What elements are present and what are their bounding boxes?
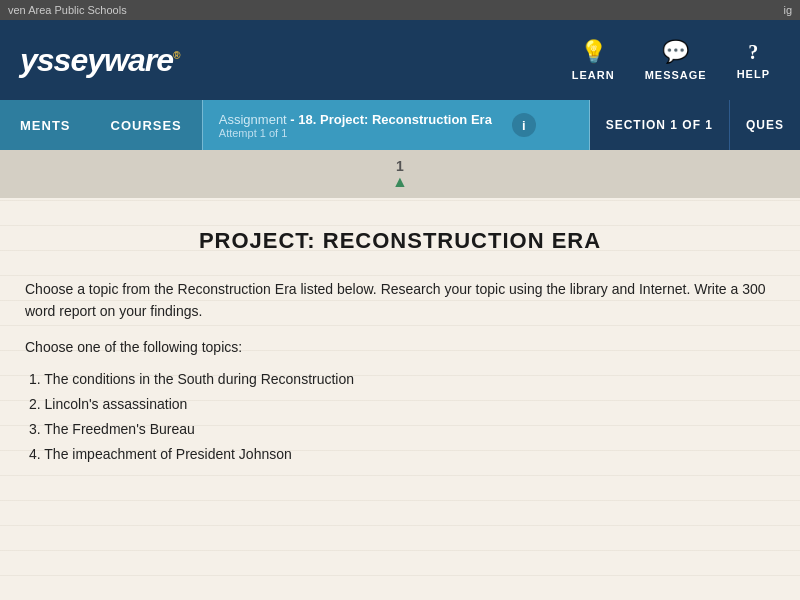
learn-icon: 💡 <box>580 39 607 65</box>
nav-item-ments[interactable]: MENTS <box>0 100 91 150</box>
message-button[interactable]: 💬 MESSAGE <box>645 39 707 81</box>
browser-top-right: ig <box>783 4 792 16</box>
help-icon: ? <box>748 41 758 64</box>
learn-button[interactable]: 💡 LEARN <box>572 39 615 81</box>
progress-number: 1 <box>396 158 404 174</box>
header-icons: 💡 LEARN 💬 MESSAGE ? HELP <box>572 39 770 81</box>
list-item: 2. Lincoln's assassination <box>25 392 775 417</box>
main-header: ysseyware® 💡 LEARN 💬 MESSAGE ? HELP <box>0 20 800 100</box>
topic-list: 1. The conditions in the South during Re… <box>25 367 775 468</box>
list-item: 3. The Freedmen's Bureau <box>25 417 775 442</box>
help-button[interactable]: ? HELP <box>737 41 770 80</box>
list-item: 1. The conditions in the South during Re… <box>25 367 775 392</box>
assignment-attempt: Attempt 1 of 1 <box>219 127 492 139</box>
ques-badge: QUES <box>729 100 800 150</box>
progress-area: 1 ▲ <box>0 150 800 198</box>
assignment-title: Assignment - 18. Project: Reconstruction… <box>219 112 492 127</box>
content-area: PROJECT: RECONSTRUCTION ERA Choose a top… <box>0 198 800 600</box>
topics-header: Choose one of the following topics: <box>25 339 775 355</box>
section-badge: SECTION 1 OF 1 <box>590 100 729 150</box>
intro-text: Choose a topic from the Reconstruction E… <box>25 278 775 323</box>
assignment-info: Assignment - 18. Project: Reconstruction… <box>219 112 492 139</box>
nav-bar: MENTS COURSES Assignment - 18. Project: … <box>0 100 800 150</box>
browser-bar: ven Area Public Schools ig <box>0 0 800 20</box>
project-title: PROJECT: RECONSTRUCTION ERA <box>25 228 775 254</box>
info-icon-button[interactable]: i <box>512 113 536 137</box>
logo-area: ysseyware® <box>20 42 179 79</box>
progress-arrow: ▲ <box>392 174 408 190</box>
message-icon: 💬 <box>662 39 689 65</box>
assignment-section: Assignment - 18. Project: Reconstruction… <box>202 100 590 150</box>
nav-item-courses[interactable]: COURSES <box>91 100 202 150</box>
school-label: ven Area Public Schools <box>8 4 127 16</box>
logo-text: ysseyware® <box>20 42 179 79</box>
list-item: 4. The impeachment of President Johnson <box>25 442 775 467</box>
